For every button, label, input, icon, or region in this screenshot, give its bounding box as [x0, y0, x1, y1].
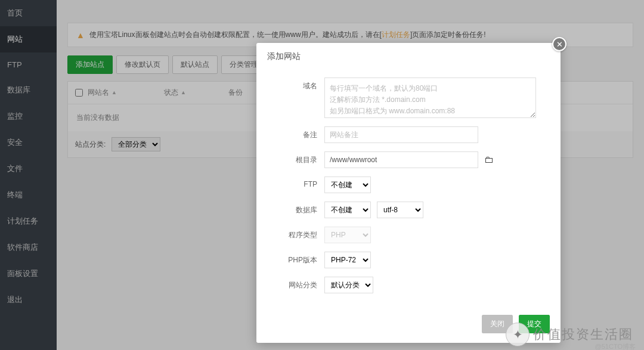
label-domain: 域名: [270, 78, 317, 91]
domain-textarea[interactable]: [324, 78, 536, 118]
label-type: 程序类型: [270, 227, 317, 240]
remark-input[interactable]: [324, 126, 478, 143]
wechat-logo-icon: ✦: [506, 323, 530, 346]
folder-icon[interactable]: 🗀: [484, 154, 494, 165]
watermark-text: 价值投资生活圈: [533, 326, 633, 343]
db-select[interactable]: 不创建: [324, 202, 371, 218]
modal-title: 添加网站: [256, 43, 561, 70]
root-input[interactable]: [324, 151, 478, 168]
label-ftp: FTP: [270, 176, 317, 188]
charset-select[interactable]: utf-8: [377, 202, 423, 218]
label-php: PHP版本: [270, 252, 317, 265]
site-category-select[interactable]: 默认分类: [324, 277, 373, 293]
type-select: PHP: [324, 227, 371, 243]
label-db: 数据库: [270, 202, 317, 215]
modal-body: 域名 备注 根目录 🗀 FTP 不创建 数据库: [256, 70, 561, 310]
label-remark: 备注: [270, 126, 317, 140]
ftp-select[interactable]: 不创建: [324, 176, 371, 193]
php-version-select[interactable]: PHP-72: [324, 252, 371, 268]
source-tag: @51CTO博客: [595, 342, 636, 350]
add-site-modal: ✕ 添加网站 域名 备注 根目录 🗀 FTP 不创建: [256, 43, 561, 343]
close-icon[interactable]: ✕: [552, 37, 566, 51]
label-category: 网站分类: [270, 277, 317, 290]
label-root: 根目录: [270, 151, 317, 165]
